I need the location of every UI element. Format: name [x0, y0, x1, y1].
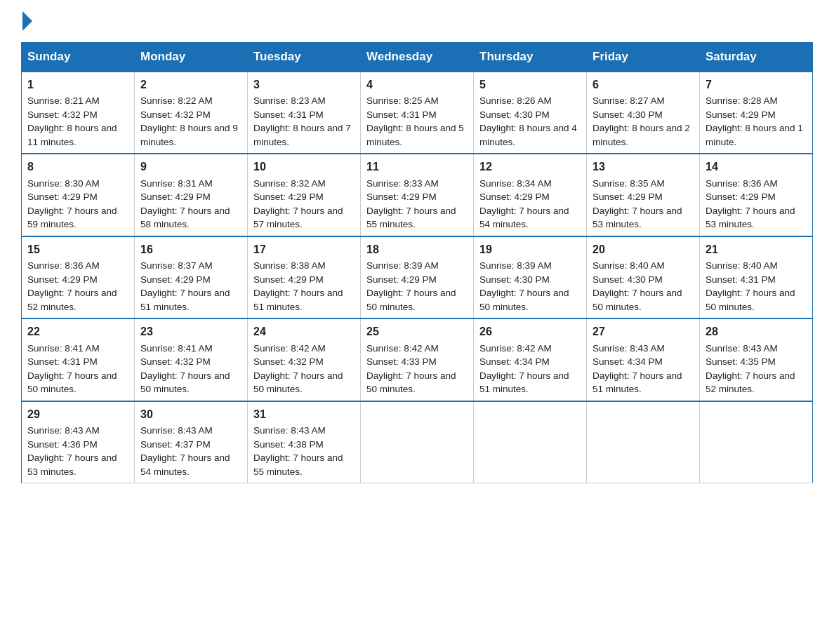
calendar-day-cell: 16Sunrise: 8:37 AMSunset: 4:29 PMDayligh…	[135, 236, 248, 318]
calendar-day-cell: 17Sunrise: 8:38 AMSunset: 4:29 PMDayligh…	[248, 236, 361, 318]
calendar-day-cell: 1Sunrise: 8:21 AMSunset: 4:32 PMDaylight…	[22, 72, 135, 154]
calendar-day-cell: 30Sunrise: 8:43 AMSunset: 4:37 PMDayligh…	[135, 401, 248, 483]
calendar-day-cell: 27Sunrise: 8:43 AMSunset: 4:34 PMDayligh…	[587, 318, 700, 401]
calendar-day-cell: 10Sunrise: 8:32 AMSunset: 4:29 PMDayligh…	[248, 154, 361, 236]
day-number: 31	[253, 406, 355, 422]
calendar-day-cell: 25Sunrise: 8:42 AMSunset: 4:33 PMDayligh…	[361, 318, 474, 401]
day-number: 27	[593, 323, 694, 340]
empty-cell	[700, 401, 813, 483]
calendar-day-cell: 5Sunrise: 8:26 AMSunset: 4:30 PMDaylight…	[474, 72, 587, 154]
calendar-week-row: 8Sunrise: 8:30 AMSunset: 4:29 PMDaylight…	[22, 154, 813, 236]
day-number: 9	[140, 159, 241, 175]
empty-cell	[587, 401, 700, 483]
day-number: 24	[253, 323, 355, 340]
day-number: 15	[27, 241, 128, 257]
weekday-header-monday: Monday	[135, 43, 248, 72]
day-number: 30	[140, 406, 241, 422]
calendar-day-cell: 11Sunrise: 8:33 AMSunset: 4:29 PMDayligh…	[361, 154, 474, 236]
logo	[21, 14, 32, 31]
weekday-header-friday: Friday	[587, 43, 700, 72]
logo-triangle-icon	[22, 11, 32, 31]
calendar-header: SundayMondayTuesdayWednesdayThursdayFrid…	[22, 43, 813, 72]
day-number: 17	[253, 241, 355, 257]
day-number: 8	[27, 159, 128, 175]
day-number: 1	[27, 76, 128, 93]
calendar-day-cell: 15Sunrise: 8:36 AMSunset: 4:29 PMDayligh…	[22, 236, 135, 318]
calendar-day-cell: 6Sunrise: 8:27 AMSunset: 4:30 PMDaylight…	[587, 72, 700, 154]
calendar-week-row: 1Sunrise: 8:21 AMSunset: 4:32 PMDaylight…	[22, 72, 813, 154]
day-number: 4	[366, 76, 468, 93]
day-number: 2	[140, 76, 241, 93]
calendar-day-cell: 24Sunrise: 8:42 AMSunset: 4:32 PMDayligh…	[248, 318, 361, 401]
day-number: 18	[366, 241, 468, 257]
empty-cell	[361, 401, 474, 483]
day-number: 12	[479, 159, 581, 175]
calendar-day-cell: 7Sunrise: 8:28 AMSunset: 4:29 PMDaylight…	[700, 72, 813, 154]
day-number: 23	[140, 323, 241, 340]
calendar-day-cell: 29Sunrise: 8:43 AMSunset: 4:36 PMDayligh…	[22, 401, 135, 483]
day-number: 7	[706, 76, 807, 93]
day-number: 20	[593, 241, 694, 257]
calendar-table: SundayMondayTuesdayWednesdayThursdayFrid…	[21, 42, 813, 483]
calendar-day-cell: 23Sunrise: 8:41 AMSunset: 4:32 PMDayligh…	[135, 318, 248, 401]
day-number: 22	[27, 323, 128, 340]
day-number: 26	[479, 323, 581, 340]
calendar-day-cell: 4Sunrise: 8:25 AMSunset: 4:31 PMDaylight…	[361, 72, 474, 154]
weekday-header-thursday: Thursday	[474, 43, 587, 72]
weekday-header-saturday: Saturday	[700, 43, 813, 72]
calendar-day-cell: 20Sunrise: 8:40 AMSunset: 4:30 PMDayligh…	[587, 236, 700, 318]
calendar-day-cell: 22Sunrise: 8:41 AMSunset: 4:31 PMDayligh…	[22, 318, 135, 401]
weekday-header-row: SundayMondayTuesdayWednesdayThursdayFrid…	[22, 43, 813, 72]
day-number: 19	[479, 241, 581, 257]
calendar-day-cell: 28Sunrise: 8:43 AMSunset: 4:35 PMDayligh…	[700, 318, 813, 401]
calendar-day-cell: 26Sunrise: 8:42 AMSunset: 4:34 PMDayligh…	[474, 318, 587, 401]
day-number: 16	[140, 241, 241, 257]
weekday-header-sunday: Sunday	[22, 43, 135, 72]
page-header	[21, 14, 813, 31]
day-number: 5	[479, 76, 581, 93]
calendar-day-cell: 2Sunrise: 8:22 AMSunset: 4:32 PMDaylight…	[135, 72, 248, 154]
weekday-header-tuesday: Tuesday	[248, 43, 361, 72]
empty-cell	[474, 401, 587, 483]
calendar-day-cell: 9Sunrise: 8:31 AMSunset: 4:29 PMDaylight…	[135, 154, 248, 236]
day-number: 3	[253, 76, 355, 93]
calendar-day-cell: 14Sunrise: 8:36 AMSunset: 4:29 PMDayligh…	[700, 154, 813, 236]
day-number: 21	[706, 241, 807, 257]
calendar-week-row: 29Sunrise: 8:43 AMSunset: 4:36 PMDayligh…	[22, 401, 813, 483]
calendar-day-cell: 31Sunrise: 8:43 AMSunset: 4:38 PMDayligh…	[248, 401, 361, 483]
day-number: 13	[593, 159, 694, 175]
day-number: 28	[706, 323, 807, 340]
calendar-day-cell: 13Sunrise: 8:35 AMSunset: 4:29 PMDayligh…	[587, 154, 700, 236]
day-number: 14	[706, 159, 807, 175]
day-number: 25	[366, 323, 468, 340]
calendar-body: 1Sunrise: 8:21 AMSunset: 4:32 PMDaylight…	[22, 72, 813, 483]
calendar-day-cell: 3Sunrise: 8:23 AMSunset: 4:31 PMDaylight…	[248, 72, 361, 154]
day-number: 6	[593, 76, 694, 93]
calendar-day-cell: 21Sunrise: 8:40 AMSunset: 4:31 PMDayligh…	[700, 236, 813, 318]
calendar-day-cell: 8Sunrise: 8:30 AMSunset: 4:29 PMDaylight…	[22, 154, 135, 236]
day-number: 11	[366, 159, 468, 175]
calendar-day-cell: 19Sunrise: 8:39 AMSunset: 4:30 PMDayligh…	[474, 236, 587, 318]
weekday-header-wednesday: Wednesday	[361, 43, 474, 72]
calendar-week-row: 22Sunrise: 8:41 AMSunset: 4:31 PMDayligh…	[22, 318, 813, 401]
calendar-week-row: 15Sunrise: 8:36 AMSunset: 4:29 PMDayligh…	[22, 236, 813, 318]
day-number: 29	[27, 406, 128, 422]
day-number: 10	[253, 159, 355, 175]
calendar-day-cell: 12Sunrise: 8:34 AMSunset: 4:29 PMDayligh…	[474, 154, 587, 236]
calendar-day-cell: 18Sunrise: 8:39 AMSunset: 4:29 PMDayligh…	[361, 236, 474, 318]
